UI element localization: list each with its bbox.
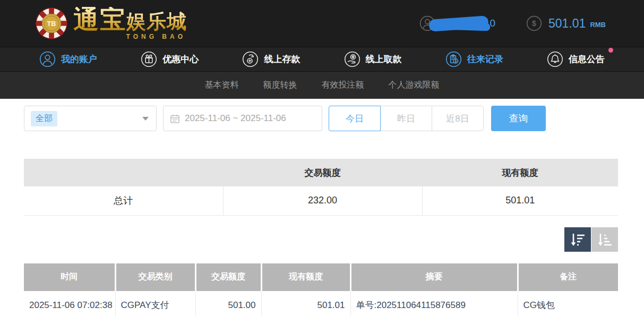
record-summary: 单号:202511064115876589 (350, 291, 518, 316)
summary-header-current-balance: 现有额度 (422, 159, 618, 186)
sort-ascending-icon (597, 233, 612, 246)
gift-icon (141, 51, 157, 67)
subnav-item-valid-bets[interactable]: 有效投注额 (322, 80, 364, 91)
brand-name: 通宝 娱乐城 TONG BAO (73, 7, 187, 40)
brand-name-latin: TONG BAO (126, 33, 186, 40)
casino-chip-logo-icon: TB (35, 7, 68, 40)
username-suffix: 0 (490, 18, 495, 29)
summary-header-empty (24, 159, 223, 186)
transaction-type-select[interactable]: 全部 (24, 106, 157, 131)
date-range-value: 2025-11-06 ~ 2025-11-06 (185, 113, 286, 124)
nav-label: 往来记录 (467, 53, 503, 65)
nav-item-announcements[interactable]: 信息公告 (547, 51, 605, 67)
deposit-coin-icon (242, 51, 259, 67)
account-icon (39, 51, 56, 67)
date-range-input[interactable]: 2025-11-06 ~ 2025-11-06 (163, 106, 322, 131)
sort-descending-button[interactable] (564, 227, 591, 252)
bell-icon (547, 51, 563, 67)
record-balance: 501.01 (261, 291, 350, 316)
dollar-icon: $ (526, 15, 542, 31)
sub-nav: 基本资料 额度转换 有效投注额 个人游戏限额 (0, 72, 644, 99)
summary-total-row: 总计 232.00 501.01 (24, 186, 618, 215)
quick-range-group: 今日 昨日 近8日 (329, 106, 484, 131)
today-button[interactable]: 今日 (329, 106, 381, 131)
last-8-days-button[interactable]: 近8日 (432, 106, 484, 131)
table-row: 2025-11-06 07:02:38 CGPAY支付 501.00 501.0… (24, 291, 618, 316)
subnav-item-basic-info[interactable]: 基本资料 (205, 80, 239, 91)
nav-item-online-deposit[interactable]: 线上存款 (242, 51, 300, 67)
calendar-icon (170, 114, 180, 124)
brand-logo: TB 通宝 娱乐城 TONG BAO (35, 7, 187, 40)
balance-currency: RMB (590, 21, 606, 29)
records-clipboard-icon (445, 51, 462, 67)
brand-name-rest: 娱乐城 (126, 12, 187, 31)
sort-ascending-button[interactable] (591, 227, 618, 252)
balance-amount: 501.01 (548, 16, 586, 31)
yesterday-button[interactable]: 昨日 (380, 106, 432, 131)
selected-type-tag: 全部 (31, 111, 57, 126)
notification-dot (608, 48, 613, 53)
records-header-remark: 备注 (518, 263, 618, 291)
username-redacted (429, 15, 489, 32)
records-table: 时间 交易类别 交易额度 现有额度 摘要 备注 2025-11-06 07:02… (24, 263, 618, 316)
chip-text: TB (47, 20, 56, 28)
filter-bar: 全部 2025-11-06 ~ 2025-11-06 今日 昨日 近8日 查询 (24, 106, 618, 131)
main-nav: 我的账户 优惠中心 线上存款 线上取款 (0, 47, 644, 72)
record-remark: CG钱包 (518, 291, 618, 316)
svg-text:$: $ (532, 19, 536, 28)
nav-item-online-withdrawal[interactable]: 线上取款 (344, 51, 402, 67)
content-area: 全部 2025-11-06 ~ 2025-11-06 今日 昨日 近8日 查询 (0, 99, 644, 316)
records-header-row: 时间 交易类别 交易额度 现有额度 摘要 备注 (24, 263, 618, 291)
nav-label: 优惠中心 (162, 53, 199, 65)
nav-label: 我的账户 (61, 53, 97, 65)
sort-descending-icon (570, 233, 585, 246)
nav-item-my-account[interactable]: 我的账户 (39, 51, 97, 67)
record-type: CGPAY支付 (115, 291, 195, 316)
nav-item-transaction-records[interactable]: 往来记录 (445, 51, 503, 67)
record-amount: 501.00 (195, 291, 261, 316)
search-button[interactable]: 查询 (491, 106, 546, 131)
records-header-summary: 摘要 (350, 263, 518, 291)
records-header-amount: 交易额度 (195, 263, 261, 291)
records-header-type: 交易类别 (115, 263, 195, 291)
summary-header-transaction-amount: 交易额度 (223, 159, 422, 186)
records-header-time: 时间 (24, 263, 115, 291)
subnav-item-credit-transfer[interactable]: 额度转换 (263, 80, 297, 91)
record-time: 2025-11-06 07:02:38 (24, 291, 115, 316)
summary-header-row: 交易额度 现有额度 (24, 159, 618, 186)
brand-name-main: 通宝 (73, 7, 126, 32)
summary-total-transaction: 232.00 (223, 186, 422, 215)
balance-display[interactable]: $ 501.01 RMB (526, 15, 606, 31)
withdraw-coin-icon (344, 51, 360, 67)
nav-label: 线上存款 (264, 53, 300, 65)
summary-total-label: 总计 (24, 186, 223, 215)
nav-label: 信息公告 (569, 53, 605, 65)
user-account-chip[interactable]: 0 (419, 15, 495, 31)
nav-label: 线上取款 (366, 53, 402, 65)
chevron-down-icon (142, 117, 149, 121)
nav-item-promotions[interactable]: 优惠中心 (141, 51, 199, 67)
summary-table: 交易额度 现有额度 总计 232.00 501.01 (24, 159, 618, 216)
app-header: TB 通宝 娱乐城 TONG BAO 0 $ 501.01 RMB (0, 0, 644, 47)
subnav-item-personal-game-limit[interactable]: 个人游戏限额 (389, 80, 440, 91)
records-header-balance: 现有额度 (261, 263, 350, 291)
sort-controls (24, 227, 618, 252)
summary-total-balance: 501.01 (422, 186, 618, 215)
